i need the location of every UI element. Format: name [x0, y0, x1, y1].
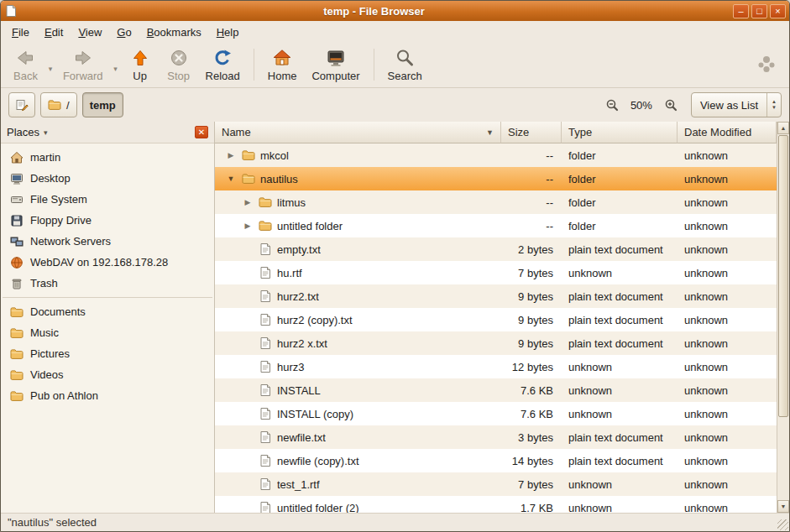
file-name: untitled folder: [277, 220, 343, 232]
sidebar-item-music[interactable]: Music: [1, 322, 214, 343]
scrollbar-thumb[interactable]: [778, 135, 788, 417]
titlebar[interactable]: temp - File Browser – □ ×: [1, 1, 789, 21]
file-name: untitled folder (2): [277, 502, 359, 514]
file-row-untitled-folder[interactable]: ▶untitled folder--folderunknown: [215, 214, 777, 237]
search-button[interactable]: Search: [380, 44, 430, 85]
menu-go[interactable]: Go: [110, 23, 138, 42]
places-header[interactable]: Places ▾ ✕: [1, 122, 214, 143]
stop-button: Stop: [160, 44, 198, 85]
maximize-button[interactable]: □: [751, 4, 767, 18]
resize-grip[interactable]: [777, 519, 788, 530]
place-label: Videos: [30, 368, 64, 381]
expander-collapsed-icon[interactable]: ▶: [242, 198, 254, 206]
file-row-hurz2-txt[interactable]: hurz2.txt9 bytesplain text documentunkno…: [215, 284, 777, 308]
folder-icon: [48, 98, 61, 112]
webdav-icon: [10, 256, 24, 269]
home-button[interactable]: Home: [260, 44, 305, 85]
place-label: Trash: [30, 277, 58, 289]
menu-file[interactable]: File: [5, 23, 36, 42]
menu-edit[interactable]: Edit: [38, 23, 70, 42]
date-modified-cell: unknown: [678, 425, 777, 449]
sidebar-item-pub-on-athlon[interactable]: Pub on Athlon: [1, 385, 214, 406]
file-row-empty-txt[interactable]: empty.txt2 bytesplain text documentunkno…: [215, 237, 777, 261]
date-modified-cell: unknown: [678, 331, 777, 355]
edit-location-button[interactable]: [8, 92, 35, 117]
menu-bookmarks[interactable]: Bookmarks: [140, 23, 208, 42]
sidebar-item-martin[interactable]: martin: [1, 147, 214, 168]
size-cell: 3 bytes: [501, 425, 562, 449]
menu-view[interactable]: View: [71, 23, 108, 42]
date-modified-cell: unknown: [678, 237, 777, 261]
file-row-hurz2-copy-txt[interactable]: hurz2 (copy).txt9 bytesplain text docume…: [215, 308, 777, 331]
sidebar-item-desktop[interactable]: Desktop: [1, 168, 214, 189]
sidebar-item-pictures[interactable]: Pictures: [1, 343, 214, 364]
menu-help[interactable]: Help: [210, 23, 246, 42]
size-cell: --: [501, 167, 562, 190]
size-cell: 9 bytes: [501, 308, 562, 331]
sidebar-item-floppy-drive[interactable]: Floppy Drive: [1, 210, 214, 231]
name-cell: INSTALL (copy): [215, 402, 501, 425]
file-row-install[interactable]: INSTALL7.6 KBunknownunknown: [215, 378, 777, 402]
file-row-install-copy-[interactable]: INSTALL (copy)7.6 KBunknownunknown: [215, 402, 777, 425]
name-cell: ▼nautilus: [215, 167, 501, 190]
file-row-test-1-rtf[interactable]: test_1.rtf7 bytesunknownunknown: [215, 472, 777, 496]
zoom-out-button[interactable]: [602, 95, 622, 115]
expander-collapsed-icon[interactable]: ▶: [242, 222, 254, 230]
sidebar-item-documents[interactable]: Documents: [1, 301, 214, 322]
file-row-hu-rtf[interactable]: hu.rtf7 bytesunknownunknown: [215, 261, 777, 284]
date-modified-cell: unknown: [678, 378, 777, 402]
file-name: hurz3: [277, 361, 305, 373]
sidebar-item-network-servers[interactable]: Network Servers: [1, 231, 214, 252]
file-row-litmus[interactable]: ▶litmus--folderunknown: [215, 190, 777, 214]
expander-expanded-icon[interactable]: ▼: [225, 175, 237, 183]
computer-icon: [326, 48, 346, 68]
path-current-button[interactable]: temp: [82, 92, 123, 117]
column-header-date-modified[interactable]: Date Modified: [678, 122, 777, 143]
file-row-nautilus[interactable]: ▼nautilus--folderunknown: [215, 167, 777, 190]
sidebar-item-videos[interactable]: Videos: [1, 364, 214, 385]
reload-button[interactable]: Reload: [198, 44, 248, 85]
file-row-newfile-copy-txt[interactable]: newfile (copy).txt14 bytesplain text doc…: [215, 449, 777, 472]
folder-icon: [10, 368, 24, 382]
file-name: newfile.txt: [277, 431, 326, 444]
file-row-hurz3[interactable]: hurz312 bytesunknownunknown: [215, 355, 777, 378]
zoom-in-button[interactable]: [661, 95, 681, 115]
column-header-size[interactable]: Size: [501, 122, 562, 143]
file-icon: [259, 243, 272, 256]
file-row-hurz2-x-txt[interactable]: hurz2 x.txt9 bytesplain text documentunk…: [215, 331, 777, 355]
close-button[interactable]: ×: [770, 4, 786, 18]
file-row-untitled-folder-2-[interactable]: untitled folder (2)1.7 KBunknownunknown: [215, 496, 777, 513]
scrollbar-trough[interactable]: [777, 134, 789, 500]
computer-button[interactable]: Computer: [304, 44, 367, 85]
column-header-name[interactable]: Name▼: [215, 122, 501, 143]
arrow-right-icon: [73, 48, 93, 68]
toolbar-separator: [374, 49, 374, 81]
column-header-type[interactable]: Type: [562, 122, 678, 143]
scroll-down-button[interactable]: ▼: [777, 500, 789, 513]
sidebar-item-webdav-on-192-168-178-28[interactable]: WebDAV on 192.168.178.28: [1, 252, 214, 273]
view-mode-select[interactable]: View as List ▲▼: [691, 92, 782, 117]
arrow-left-icon: [15, 48, 35, 68]
sidebar-item-trash[interactable]: Trash: [1, 273, 214, 294]
sidebar-close-button[interactable]: ✕: [195, 126, 208, 138]
place-label: martin: [30, 151, 60, 164]
up-button[interactable]: Up: [121, 44, 160, 85]
desktop-icon: [10, 172, 24, 185]
size-cell: 2 bytes: [501, 237, 562, 261]
places-caret-icon: ▾: [44, 128, 48, 137]
place-label: Floppy Drive: [30, 214, 92, 227]
toolbar-label: Computer: [311, 70, 359, 82]
zoom-level: 50%: [627, 99, 656, 112]
network-icon: [10, 235, 24, 248]
file-name: nautilus: [260, 173, 298, 185]
minimize-button[interactable]: –: [733, 4, 749, 18]
folder-icon: [10, 389, 24, 403]
file-row-newfile-txt[interactable]: newfile.txt3 bytesplain text documentunk…: [215, 425, 777, 449]
expander-collapsed-icon[interactable]: ▶: [225, 151, 237, 159]
scroll-up-button[interactable]: ▲: [777, 122, 789, 134]
path-root-button[interactable]: /: [40, 92, 77, 117]
file-row-mkcol[interactable]: ▶mkcol--folderunknown: [215, 143, 777, 167]
name-cell: hu.rtf: [215, 261, 501, 284]
vertical-scrollbar[interactable]: ▲ ▼: [777, 122, 789, 513]
sidebar-item-file-system[interactable]: File System: [1, 189, 214, 210]
